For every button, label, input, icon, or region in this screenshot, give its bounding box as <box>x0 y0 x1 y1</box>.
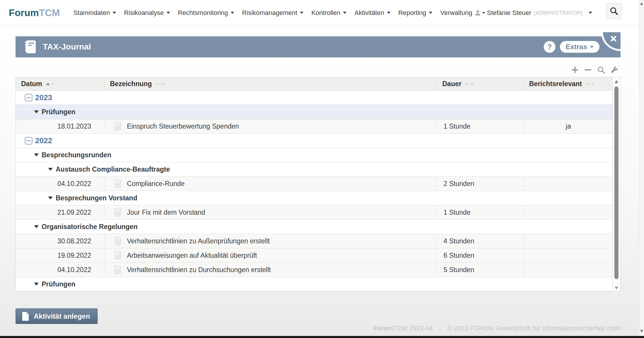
sort-desc-icon[interactable] <box>590 82 595 86</box>
footer-product-version: TCM 2023-04 <box>393 325 433 332</box>
page-scrollbar[interactable] <box>639 0 644 336</box>
user-menu[interactable]: Stefanie Steuer (ADMINISTRATOR) <box>473 9 592 17</box>
activity-row[interactable]: 18.01.2023Einspruch Steuerbewertung Spen… <box>16 119 620 134</box>
journal-icon <box>23 40 38 54</box>
menu-item-reporting[interactable]: Reporting <box>398 9 432 17</box>
journal-icon <box>113 178 123 189</box>
create-activity-button[interactable]: Aktivität anlegen <box>16 308 98 324</box>
column-header-datum[interactable]: Datum <box>16 77 104 90</box>
group-label: Besprechungsrunden <box>42 151 111 159</box>
app-logo[interactable]: ForumTCM <box>9 7 60 18</box>
table-scrollbar[interactable] <box>612 77 620 291</box>
expand-all-icon[interactable] <box>571 66 579 74</box>
sort-asc-icon[interactable] <box>585 82 590 86</box>
collapse-minus-icon[interactable] <box>25 94 33 102</box>
sort-asc-icon[interactable] <box>155 82 160 86</box>
cell-berichtsrelevant <box>524 177 613 191</box>
menu-item-rechtsmonitoring[interactable]: Rechtsmonitoring <box>178 9 234 17</box>
category-group-row[interactable]: Prüfungen <box>16 105 620 119</box>
help-button[interactable]: ? <box>544 41 555 53</box>
collapse-all-icon[interactable] <box>584 66 592 74</box>
cell-datum: 30.08.2022 <box>16 234 104 248</box>
category-group-row[interactable]: Besprechungen Vorstand <box>16 191 620 205</box>
collapse-triangle-icon[interactable] <box>48 168 53 171</box>
collapse-triangle-icon[interactable] <box>34 153 39 156</box>
chevron-down-icon <box>387 12 390 14</box>
cell-dauer: 5 Stunden <box>437 263 524 277</box>
activity-row[interactable]: 19.09.2022Arbeitsanweisungen auf Aktuali… <box>16 248 620 263</box>
cell-datum: 18.01.2023 <box>16 119 104 133</box>
year-group-row[interactable]: 2023 <box>16 91 620 105</box>
menu-item-aktivitaeten[interactable]: Aktivitäten <box>354 9 390 17</box>
collapse-triangle-icon[interactable] <box>34 110 39 113</box>
activity-name: Arbeitsanweisungen auf Aktualität überpr… <box>127 252 257 260</box>
activity-name: Compliance-Runde <box>127 180 185 188</box>
column-header-dauer[interactable]: Dauer <box>437 77 524 90</box>
group-label: Austausch Compliance-Beauftragte <box>56 165 170 173</box>
chevron-down-icon <box>343 12 346 14</box>
footer-product-bold: Forum <box>373 325 393 332</box>
year-label: 2023 <box>35 93 52 102</box>
scrollbar-thumb[interactable] <box>614 86 618 279</box>
sort-desc-icon[interactable] <box>160 82 165 86</box>
activity-row[interactable]: 04.10.2022Compliance-Runde2 Stunden <box>16 177 620 191</box>
category-group-row[interactable]: Austausch Compliance-Beauftragte <box>16 162 620 177</box>
year-label: 2022 <box>35 136 52 145</box>
cell-berichtsrelevant <box>524 234 613 248</box>
menu-label: Verwaltung <box>440 9 472 17</box>
chevron-down-icon <box>113 12 116 14</box>
journal-icon <box>113 236 123 246</box>
cell-dauer: 1 Stunde <box>437 205 524 219</box>
table-search-icon[interactable] <box>597 66 605 74</box>
menu-label: Reporting <box>398 9 426 17</box>
category-group-row[interactable]: Prüfungen <box>16 277 620 291</box>
create-activity-label: Aktivität anlegen <box>34 312 90 320</box>
menu-item-risikomanagement[interactable]: Risikomanagement <box>242 9 303 17</box>
year-group-row[interactable]: 2022 <box>16 134 620 148</box>
category-group-row[interactable]: Besprechungsrunden <box>16 148 620 162</box>
chevron-down-icon <box>589 12 592 14</box>
activity-row[interactable]: 30.08.2022Verhaltensrichtlinien zu Außen… <box>16 234 620 248</box>
collapse-triangle-icon[interactable] <box>34 283 39 286</box>
sort-icons <box>585 82 595 86</box>
category-group-row[interactable]: Organisatorische Regelungen <box>16 220 620 234</box>
collapse-triangle-icon[interactable] <box>34 225 39 228</box>
column-label: Datum <box>21 80 42 88</box>
collapse-minus-icon[interactable] <box>25 137 33 145</box>
document-icon <box>22 312 29 321</box>
cell-dauer: 4 Stunden <box>437 234 524 248</box>
activity-row[interactable]: 21.09.2022Jour Fix mit dem Vorstand1 Stu… <box>16 205 620 220</box>
group-label: Prüfungen <box>42 280 75 288</box>
search-button[interactable] <box>606 3 622 19</box>
cell-datum: 19.09.2022 <box>16 248 104 262</box>
journal-icon <box>113 250 123 261</box>
menu-label: Risikoanalyse <box>124 9 164 17</box>
menu-item-kontrollen[interactable]: Kontrollen <box>311 9 346 17</box>
column-header-berichtsrelevant[interactable]: Berichtsrelevant <box>524 77 613 90</box>
column-label: Berichtsrelevant <box>529 80 582 88</box>
column-header-bezeichnung[interactable]: Bezeichnung <box>104 77 437 90</box>
sort-desc-icon[interactable] <box>50 82 55 86</box>
menu-item-verwaltung[interactable]: Verwaltung <box>440 9 472 17</box>
close-panel-button[interactable] <box>601 32 621 51</box>
activity-row[interactable]: 04.10.2022Verhaltensrichtlinien zu Durch… <box>16 263 620 277</box>
menu-item-stammdaten[interactable]: Stammdaten <box>73 9 116 17</box>
table-settings-wrench-icon[interactable] <box>611 66 618 74</box>
cell-bezeichnung: Arbeitsanweisungen auf Aktualität überpr… <box>104 248 437 262</box>
scroll-up-arrow-icon[interactable] <box>640 2 643 5</box>
sort-asc-icon[interactable] <box>465 82 470 86</box>
sort-desc-icon[interactable] <box>470 82 475 86</box>
activity-name: Einspruch Steuerbewertung Spenden <box>127 122 239 130</box>
scroll-down-arrow-icon[interactable] <box>615 287 618 289</box>
sort-icons <box>46 82 55 86</box>
collapse-triangle-icon[interactable] <box>48 197 53 199</box>
extras-button[interactable]: Extras <box>560 41 599 53</box>
extras-label: Extras <box>566 43 587 51</box>
menu-item-risikoanalyse[interactable]: Risikoanalyse <box>124 9 170 17</box>
user-role: (ADMINISTRATOR) <box>534 10 583 16</box>
sort-asc-icon[interactable] <box>46 82 50 86</box>
scroll-down-arrow-icon[interactable] <box>640 330 643 332</box>
chevron-down-icon <box>166 12 170 14</box>
scroll-up-arrow-icon[interactable] <box>614 80 618 83</box>
logo-part-forum: Forum <box>9 7 39 18</box>
